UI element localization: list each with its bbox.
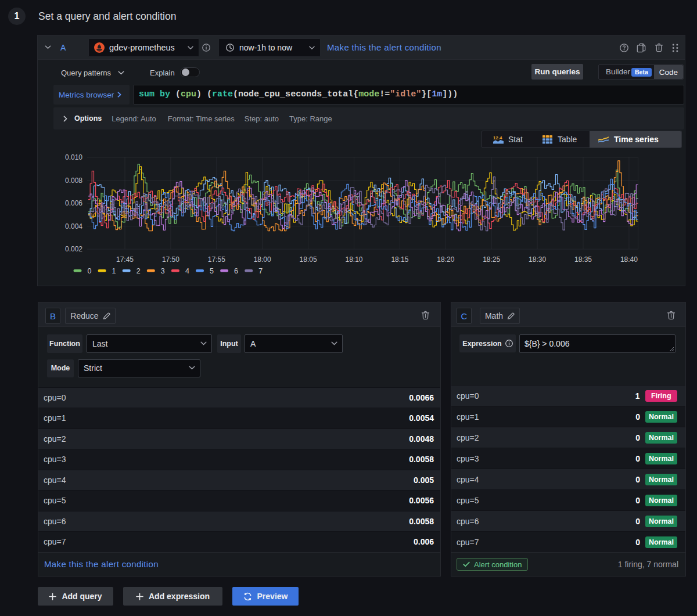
svg-text:18:05: 18:05 <box>300 255 317 264</box>
svg-text:18:10: 18:10 <box>345 255 362 264</box>
svg-text:18:30: 18:30 <box>529 255 546 264</box>
svg-text:3: 3 <box>161 267 165 275</box>
svg-text:18:20: 18:20 <box>437 255 454 264</box>
svg-text:4: 4 <box>185 267 189 275</box>
svg-text:17:45: 17:45 <box>116 255 134 264</box>
svg-text:18:15: 18:15 <box>391 255 408 264</box>
svg-text:18:40: 18:40 <box>620 255 638 264</box>
svg-text:2: 2 <box>136 267 141 275</box>
svg-text:18:25: 18:25 <box>483 255 500 264</box>
svg-text:0.006: 0.006 <box>65 199 82 207</box>
svg-text:17:55: 17:55 <box>208 255 225 264</box>
svg-text:0.008: 0.008 <box>65 176 82 185</box>
svg-text:0: 0 <box>88 267 92 275</box>
svg-text:0.002: 0.002 <box>65 245 82 253</box>
svg-text:6: 6 <box>234 267 238 275</box>
svg-text:18:00: 18:00 <box>254 255 271 264</box>
svg-text:18:35: 18:35 <box>574 255 592 264</box>
svg-text:0.010: 0.010 <box>65 153 82 161</box>
svg-text:0.004: 0.004 <box>65 222 82 230</box>
svg-text:17:50: 17:50 <box>162 255 179 264</box>
svg-text:1: 1 <box>112 267 116 275</box>
svg-text:7: 7 <box>258 267 263 275</box>
svg-text:5: 5 <box>210 267 214 275</box>
